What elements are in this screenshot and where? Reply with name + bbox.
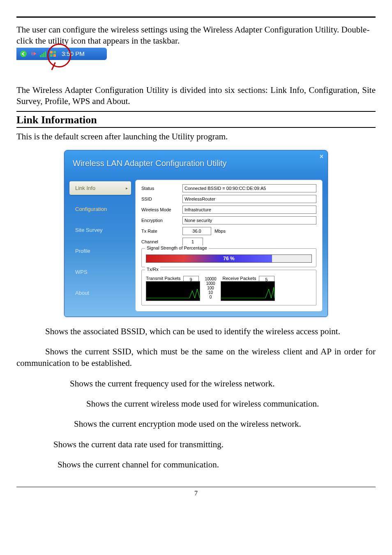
label-encryption: Encryption (141, 218, 182, 223)
section-heading-link-information: Link Information (16, 111, 376, 128)
section-subtext: This is the default screen after launchi… (16, 131, 376, 142)
nav-configuration[interactable]: Configuration (69, 202, 131, 216)
value-encryption: None security (182, 216, 316, 224)
label-wireless-mode: Wireless Mode (141, 207, 182, 212)
svg-rect-3 (43, 53, 44, 57)
transmit-graph (146, 281, 200, 301)
scale-10000: 10000 (203, 277, 219, 281)
nav-wps[interactable]: WPS (69, 265, 131, 279)
svg-rect-1 (40, 55, 41, 57)
signal-strength-legend: Signal Strength of Percentage (145, 245, 209, 250)
label-status: Status (141, 186, 182, 191)
utility-nav: Link Info Configuration Site Survey Prof… (69, 180, 131, 312)
nav-site-survey[interactable]: Site Survey (69, 223, 131, 237)
page-number: 7 (194, 490, 198, 497)
nav-link-info[interactable]: Link Info (69, 181, 131, 195)
tray-back-icon (19, 49, 28, 58)
taskbar-screenshot: 🕪 3:50 PM (16, 48, 111, 72)
label-receive-packets: Receive Packets (223, 276, 256, 281)
signal-strength-group: Signal Strength of Percentage 76 % (141, 248, 316, 267)
desc-channel: Shows the current channel for communicat… (16, 459, 376, 470)
nav-about[interactable]: About (69, 286, 131, 300)
txrx-group: Tx/Rx Transmit Packets 9 10000 1000 100 … (141, 270, 316, 305)
label-ssid: SSID (141, 197, 182, 201)
utility-window: × Wireless LAN Adapter Configuration Uti… (64, 150, 328, 317)
desc-wireless-mode: Shows the current wireless mode used for… (16, 398, 376, 409)
desc-bssid: Shows the associated BSSID, which can be… (16, 326, 376, 337)
utility-window-title: Wireless LAN Adapter Configuration Utili… (65, 150, 327, 180)
label-channel: Channel (141, 239, 182, 244)
signal-strength-bar: 76 % (146, 254, 312, 263)
desc-frequency: Shows the current frequency used for the… (16, 378, 376, 389)
close-icon[interactable]: × (320, 153, 323, 160)
intro-paragraph-1: The user can configure the wireless sett… (16, 24, 376, 47)
nav-profile[interactable]: Profile (69, 244, 131, 258)
scale-0: 0 (203, 295, 219, 299)
value-channel: 1 (182, 238, 203, 246)
red-circle-annotation (47, 44, 71, 67)
label-transmit-packets: Transmit Packets (146, 276, 181, 281)
desc-encryption: Shows the current encryption mode used o… (16, 418, 376, 430)
tray-volume-icon: 🕪 (29, 49, 38, 58)
svg-rect-2 (42, 54, 43, 57)
desc-txrate: Shows the current data rate used for tra… (16, 439, 376, 450)
label-tx-rate: Tx Rate (141, 229, 182, 234)
scale-1000: 1000 (203, 281, 219, 286)
txrx-legend: Tx/Rx (145, 267, 160, 272)
receive-graph (221, 281, 275, 301)
signal-strength-value: 76 % (146, 255, 311, 262)
tray-signal-icon (39, 49, 48, 58)
svg-rect-4 (45, 51, 46, 57)
desc-ssid: Shows the current SSID, which must be th… (16, 346, 376, 369)
scale-10: 10 (203, 290, 219, 295)
svg-point-0 (20, 51, 27, 57)
txrx-scale: 10000 1000 100 10 0 (203, 276, 219, 299)
value-ssid: WirelessRouter (182, 195, 316, 203)
utility-content: Status Connected BSSID = 00:90:CC:DE:09:… (135, 180, 323, 312)
unit-mbps: Mbps (214, 229, 226, 234)
intro-paragraph-2: The Wireless Adapter Configuration Utili… (16, 85, 376, 107)
value-tx-rate: 36.0 (182, 227, 211, 235)
value-status: Connected BSSID = 00:90:CC:DE:09:A5 (182, 184, 316, 192)
value-wireless-mode: Infrastructure (182, 206, 316, 214)
scale-100: 100 (203, 286, 219, 290)
